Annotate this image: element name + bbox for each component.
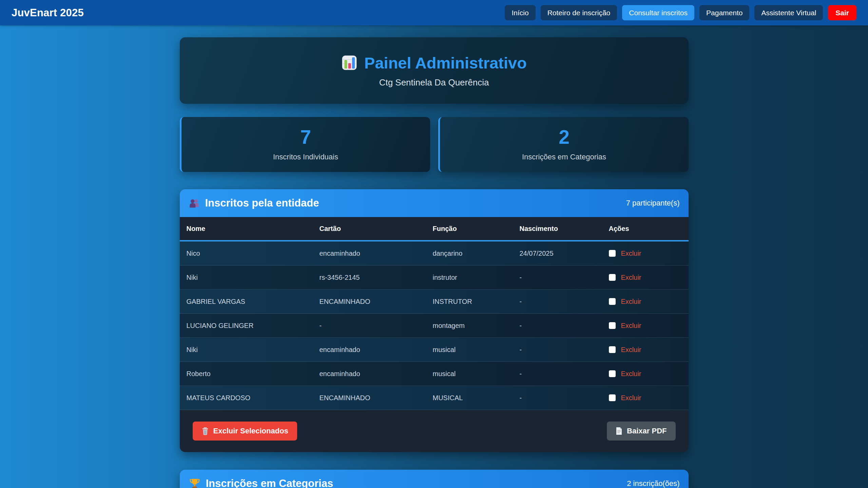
table-row: Niki encaminhado musical - Excluir (180, 338, 689, 362)
row-select-checkbox[interactable] (609, 274, 616, 281)
cell-funcao: INSTRUTOR (433, 298, 520, 306)
brand-title: JuvEnart 2025 (12, 7, 84, 19)
top-navbar: JuvEnart 2025 Início Roteiro de inscriçã… (0, 0, 868, 25)
participants-count: 7 participante(s) (626, 199, 680, 208)
download-pdf-label: Baixar PDF (627, 427, 667, 435)
row-delete-link[interactable]: Excluir (621, 298, 641, 306)
cell-cartao: ENCAMINHADO (320, 298, 433, 306)
cell-acoes: Excluir (609, 394, 689, 402)
cell-cartao: encaminhado (320, 370, 433, 378)
stat-value: 2 (559, 128, 570, 147)
row-delete-link[interactable]: Excluir (621, 346, 641, 354)
nav-buttons: Início Roteiro de inscrição Consultar in… (505, 5, 856, 20)
page-subtitle: Ctg Sentinela Da Querência (379, 77, 489, 88)
nav-item-pagamento[interactable]: Pagamento (699, 5, 749, 20)
table-row: MATEUS CARDOSO ENCAMINHADO MUSICAL - Exc… (180, 386, 689, 410)
stat-card-inscritos-individuais: 7 Inscritos Individuais (180, 117, 430, 172)
cell-nome: Roberto (187, 370, 320, 378)
admin-panel-header-card: Painel Administrativo Ctg Sentinela Da Q… (180, 37, 689, 104)
nav-item-inicio[interactable]: Início (505, 5, 535, 20)
cell-acoes: Excluir (609, 250, 689, 257)
cell-cartao: - (320, 322, 433, 330)
participants-section-title: Inscritos pela entidade (205, 197, 319, 209)
row-delete-link[interactable]: Excluir (621, 250, 641, 257)
stat-card-inscricoes-categorias: 2 Inscrições em Categorias (438, 117, 689, 172)
table-row: Niki rs-3456-2145 instrutor - Excluir (180, 266, 689, 290)
row-select-checkbox[interactable] (609, 250, 616, 257)
table-row: Nico encaminhado dançarino 24/07/2025 Ex… (180, 241, 689, 266)
cell-nascimento: - (520, 394, 609, 402)
categories-count: 2 inscrição(ões) (627, 479, 679, 488)
row-select-checkbox[interactable] (609, 394, 616, 401)
nav-item-assistente-virtual[interactable]: Assistente Virtual (754, 5, 823, 20)
cell-nascimento: 24/07/2025 (520, 250, 609, 257)
download-pdf-button[interactable]: Baixar PDF (607, 422, 675, 441)
column-header-cartao: Cartão (320, 225, 433, 233)
stats-row: 7 Inscritos Individuais 2 Inscrições em … (180, 117, 689, 172)
cell-nascimento: - (520, 274, 609, 281)
cell-nascimento: - (520, 346, 609, 354)
trash-icon (201, 427, 209, 435)
cell-nascimento: - (520, 322, 609, 330)
categories-section-title: Inscrições em Categorias (206, 477, 333, 488)
people-icon (189, 197, 200, 209)
cell-funcao: musical (433, 370, 520, 378)
cell-acoes: Excluir (609, 298, 689, 306)
cell-funcao: dançarino (433, 250, 520, 257)
page-title: Painel Administrativo (364, 54, 527, 72)
table-row: GABRIEL VARGAS ENCAMINHADO INSTRUTOR - E… (180, 290, 689, 314)
cell-nascimento: - (520, 370, 609, 378)
participants-table-body: Nico encaminhado dançarino 24/07/2025 Ex… (180, 241, 689, 410)
column-header-nome: Nome (187, 225, 320, 233)
cell-acoes: Excluir (609, 322, 689, 330)
cell-funcao: musical (433, 346, 520, 354)
stat-value: 7 (300, 128, 311, 147)
categories-section-header: Inscrições em Categorias 2 inscrição(ões… (180, 470, 689, 488)
row-select-checkbox[interactable] (609, 370, 616, 377)
cell-cartao: encaminhado (320, 250, 433, 257)
cell-cartao: encaminhado (320, 346, 433, 354)
row-delete-link[interactable]: Excluir (621, 322, 641, 330)
document-icon (616, 427, 622, 435)
bar-chart-icon (341, 55, 358, 71)
categories-section: Inscrições em Categorias 2 inscrição(ões… (180, 470, 689, 488)
participants-table-header: Nome Cartão Função Nascimento Ações (180, 217, 689, 241)
cell-nome: Niki (187, 346, 320, 354)
cell-funcao: MUSICAL (433, 394, 520, 402)
cell-acoes: Excluir (609, 346, 689, 354)
delete-selected-button[interactable]: Excluir Selecionados (193, 422, 297, 441)
nav-item-consultar-inscritos[interactable]: Consultar inscritos (622, 5, 694, 20)
row-delete-link[interactable]: Excluir (621, 394, 641, 402)
column-header-acoes: Ações (609, 225, 689, 233)
cell-cartao: rs-3456-2145 (320, 274, 433, 281)
cell-acoes: Excluir (609, 274, 689, 281)
participants-section: Inscritos pela entidade 7 participante(s… (180, 189, 689, 452)
column-header-nascimento: Nascimento (520, 225, 609, 233)
trophy-icon (189, 477, 201, 488)
cell-nome: Nico (187, 250, 320, 257)
row-select-checkbox[interactable] (609, 346, 616, 353)
table-row: Roberto encaminhado musical - Excluir (180, 362, 689, 386)
cell-nome: GABRIEL VARGAS (187, 298, 320, 306)
row-select-checkbox[interactable] (609, 322, 616, 329)
cell-nome: LUCIANO GELINGER (187, 322, 320, 330)
cell-funcao: montagem (433, 322, 520, 330)
stat-label: Inscritos Individuais (273, 153, 338, 161)
cell-nome: Niki (187, 274, 320, 281)
delete-selected-label: Excluir Selecionados (213, 427, 288, 435)
cell-acoes: Excluir (609, 370, 689, 378)
row-select-checkbox[interactable] (609, 298, 616, 305)
row-delete-link[interactable]: Excluir (621, 370, 641, 378)
cell-cartao: ENCAMINHADO (320, 394, 433, 402)
cell-funcao: instrutor (433, 274, 520, 281)
table-row: LUCIANO GELINGER - montagem - Excluir (180, 314, 689, 338)
cell-nome: MATEUS CARDOSO (187, 394, 320, 402)
stat-label: Inscrições em Categorias (522, 153, 606, 161)
cell-nascimento: - (520, 298, 609, 306)
column-header-funcao: Função (433, 225, 520, 233)
logout-button[interactable]: Sair (828, 5, 856, 20)
participants-table-footer: Excluir Selecionados Baixar PDF (180, 410, 689, 452)
nav-item-roteiro-de-inscricao[interactable]: Roteiro de inscrição (541, 5, 617, 20)
row-delete-link[interactable]: Excluir (621, 274, 641, 281)
participants-section-header: Inscritos pela entidade 7 participante(s… (180, 189, 689, 217)
